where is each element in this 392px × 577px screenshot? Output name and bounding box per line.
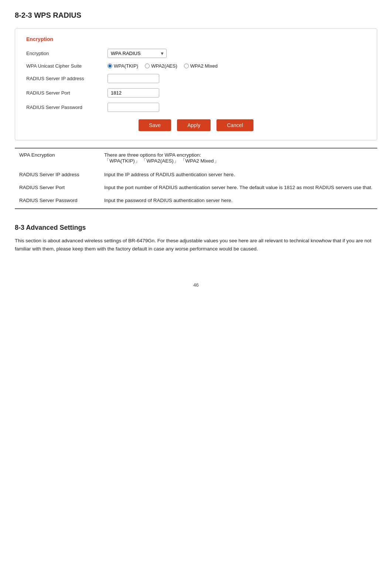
page-title: 8-2-3 WPS RADIUS <box>15 11 377 20</box>
port-row: RADIUS Server Port <box>26 88 366 98</box>
port-label: RADIUS Server Port <box>26 90 108 96</box>
cipher-radio-mixed[interactable] <box>184 64 189 68</box>
desc-def-1: Input the IP address of RADIUS authentic… <box>100 168 377 181</box>
encryption-select-wrap[interactable]: WPA RADIUS WPA2 RADIUS ▼ <box>108 49 167 58</box>
table-row: RADIUS Server IP address Input the IP ad… <box>15 168 377 181</box>
table-row: RADIUS Server Port Input the port number… <box>15 181 377 194</box>
password-row: RADIUS Server Password <box>26 103 366 112</box>
button-row: Save Apply Cancel <box>26 119 366 131</box>
description-table: WPA Encryption There are three options f… <box>15 148 377 207</box>
password-input[interactable] <box>108 103 159 112</box>
desc-def-0: There are three options for WPA encrypti… <box>100 148 377 168</box>
page-number: 46 <box>15 282 377 288</box>
save-button[interactable]: Save <box>139 119 171 131</box>
cipher-label-mixed: WPA2 Mixed <box>190 63 218 69</box>
desc-def-3: Input the password of RADIUS authenticat… <box>100 194 377 207</box>
encryption-control: WPA RADIUS WPA2 RADIUS ▼ <box>108 49 167 58</box>
cipher-label-aes: WPA2(AES) <box>151 63 177 69</box>
cipher-label-tkip: WPA(TKIP) <box>114 63 138 69</box>
cancel-button[interactable]: Cancel <box>217 119 253 131</box>
ip-input[interactable] <box>108 74 159 83</box>
cipher-row: WPA Unicast Cipher Suite WPA(TKIP) WPA2(… <box>26 63 366 69</box>
table-row: RADIUS Server Password Input the passwor… <box>15 194 377 207</box>
ip-control <box>108 74 159 83</box>
section2-body: This section is about advanced wireless … <box>15 237 377 253</box>
encryption-box: Encryption Encryption WPA RADIUS WPA2 RA… <box>15 28 377 140</box>
port-input[interactable] <box>108 88 159 98</box>
desc-term-3: RADIUS Server Password <box>15 194 100 207</box>
bottom-divider <box>15 208 377 209</box>
encryption-row: Encryption WPA RADIUS WPA2 RADIUS ▼ <box>26 49 366 58</box>
cipher-control: WPA(TKIP) WPA2(AES) WPA2 Mixed <box>108 63 218 69</box>
encryption-select[interactable]: WPA RADIUS WPA2 RADIUS <box>108 49 167 58</box>
cipher-option-mixed[interactable]: WPA2 Mixed <box>184 63 218 69</box>
password-control <box>108 103 159 112</box>
password-label: RADIUS Server Password <box>26 105 108 110</box>
cipher-option-aes[interactable]: WPA2(AES) <box>145 63 177 69</box>
table-row: WPA Encryption There are three options f… <box>15 148 377 168</box>
desc-term-1: RADIUS Server IP address <box>15 168 100 181</box>
encryption-label: Encryption <box>26 51 108 56</box>
cipher-option-tkip[interactable]: WPA(TKIP) <box>108 63 138 69</box>
port-control <box>108 88 159 98</box>
cipher-radio-tkip[interactable] <box>108 64 112 68</box>
desc-def-2: Input the port number of RADIUS authenti… <box>100 181 377 194</box>
cipher-radio-aes[interactable] <box>145 64 150 68</box>
desc-term-0: WPA Encryption <box>15 148 100 168</box>
desc-term-2: RADIUS Server Port <box>15 181 100 194</box>
apply-button[interactable]: Apply <box>177 119 211 131</box>
ip-row: RADIUS Server IP address <box>26 74 366 83</box>
cipher-label: WPA Unicast Cipher Suite <box>26 63 108 69</box>
encryption-box-title: Encryption <box>26 36 366 42</box>
ip-label: RADIUS Server IP address <box>26 76 108 81</box>
section2-title: 8-3 Advanced Settings <box>15 224 377 232</box>
